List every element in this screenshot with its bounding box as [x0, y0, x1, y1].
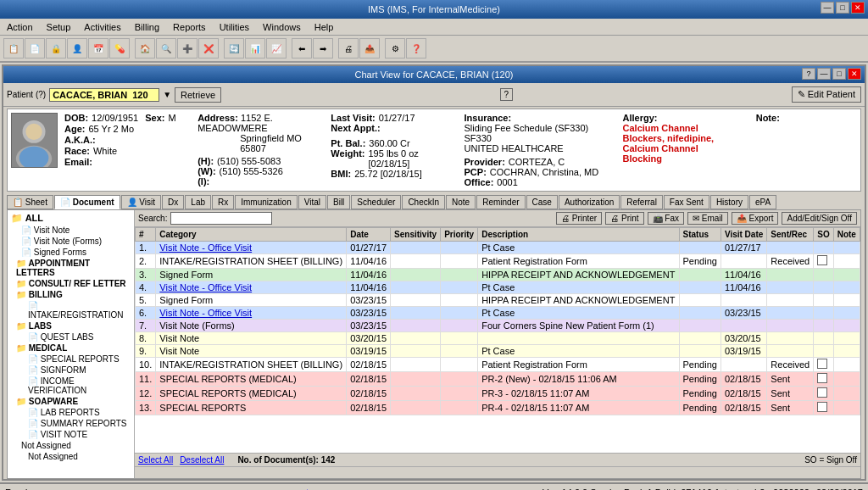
cell-category[interactable]: Visit Note - Office Visit	[156, 307, 347, 320]
maximize-button[interactable]: □	[836, 2, 849, 14]
tb-btn-9[interactable]: ➕	[177, 38, 198, 58]
menu-help[interactable]: Help	[311, 21, 337, 33]
tb-btn-4[interactable]: 👤	[67, 38, 87, 58]
tb-btn-3[interactable]: 🔒	[46, 38, 66, 58]
tree-summary-reports[interactable]: 📄 SUMMARY REPORTS	[9, 418, 132, 429]
menu-billing[interactable]: Billing	[131, 21, 163, 33]
tb-btn-18[interactable]: ⚙	[385, 38, 405, 58]
tree-income-verification[interactable]: 📄 INCOME VERIFICATION	[9, 376, 132, 396]
tab-history[interactable]: History	[710, 195, 748, 209]
export-button[interactable]: 📤 Export	[732, 212, 779, 225]
help-button[interactable]: ?	[500, 88, 514, 101]
tab-vital[interactable]: Vital	[298, 195, 326, 209]
menu-action[interactable]: Action	[3, 21, 36, 33]
cell-so[interactable]	[814, 401, 833, 415]
col-date[interactable]: Date	[347, 228, 391, 242]
tb-btn-6[interactable]: 💊	[109, 38, 130, 58]
category-link[interactable]: Visit Note - Office Visit	[159, 308, 252, 318]
tree-lab-reports[interactable]: 📄 LAB REPORTS	[9, 407, 132, 418]
col-sensitivity[interactable]: Sensitivity	[391, 228, 441, 242]
tab-immunization[interactable]: Immunization	[235, 195, 297, 209]
tab-authorization[interactable]: Authorization	[559, 195, 620, 209]
tb-btn-14[interactable]: ⬅	[292, 38, 312, 58]
edit-patient-button[interactable]: ✎ Edit Patient	[792, 86, 861, 103]
tab-case[interactable]: Case	[526, 195, 558, 209]
inner-minimize-button[interactable]: —	[817, 68, 831, 80]
table-row[interactable]: 7. Visit Note (Forms) 03/23/15 Four Corn…	[136, 320, 860, 332]
col-visit-date[interactable]: Visit Date	[721, 228, 766, 242]
col-sent-rec[interactable]: Sent/Rec	[767, 228, 814, 242]
menu-activities[interactable]: Activities	[81, 21, 124, 33]
col-status[interactable]: Status	[679, 228, 721, 242]
horizontal-scrollbar[interactable]	[135, 466, 860, 478]
patient-search-input[interactable]	[49, 88, 159, 102]
inner-close-button[interactable]: ✕	[848, 68, 861, 80]
deselect-all-button[interactable]: Deselect All	[180, 455, 224, 465]
tab-note[interactable]: Note	[446, 195, 476, 209]
category-link[interactable]: Visit Note - Office Visit	[159, 282, 252, 292]
cell-so[interactable]	[814, 387, 833, 401]
tab-document[interactable]: 📄 Document	[54, 195, 120, 209]
tab-epa[interactable]: ePA	[749, 195, 776, 209]
tree-soapware[interactable]: 📁 SOAPWARE	[9, 396, 132, 407]
table-row[interactable]: 2. INTAKE/REGISTRATION SHEET (BILLING) 1…	[136, 254, 860, 269]
tab-referral[interactable]: Referral	[620, 195, 663, 209]
tree-signed-forms[interactable]: 📄 Signed Forms	[9, 247, 132, 258]
tb-btn-19[interactable]: ❓	[406, 38, 426, 58]
tb-btn-8[interactable]: 🔍	[156, 38, 176, 58]
tree-consult-ref[interactable]: 📁 CONSULT/ REF LETTER	[9, 278, 132, 289]
tb-btn-12[interactable]: 📊	[245, 38, 265, 58]
cell-so[interactable]	[814, 254, 833, 269]
print-button[interactable]: 🖨 Print	[605, 212, 643, 225]
tree-billing[interactable]: 📁 BILLING	[9, 289, 132, 300]
tb-btn-15[interactable]: ➡	[313, 38, 333, 58]
search-input[interactable]	[170, 212, 272, 225]
tb-btn-11[interactable]: 🔄	[224, 38, 244, 58]
table-row[interactable]: 5. Signed Form 03/23/15 HIPPA RECEIPT AN…	[136, 294, 860, 307]
tab-fax-sent[interactable]: Fax Sent	[664, 195, 709, 209]
so-checkbox[interactable]	[817, 359, 827, 369]
tree-special-reports[interactable]: 📄 SPECIAL REPORTS	[9, 354, 132, 365]
cell-category[interactable]: Visit Note - Office Visit	[156, 242, 347, 254]
tb-btn-17[interactable]: 📤	[359, 38, 380, 58]
printer-button[interactable]: 🖨 Printer	[556, 212, 602, 225]
cell-so[interactable]	[814, 358, 833, 372]
tb-btn-1[interactable]: 📋	[3, 38, 24, 58]
inner-maximize-button[interactable]: □	[832, 68, 846, 80]
col-description[interactable]: Description	[478, 228, 679, 242]
tree-visit-note[interactable]: 📄 Visit Note	[9, 225, 132, 236]
tree-not-assigned-2[interactable]: Not Assigned	[9, 451, 132, 462]
table-row[interactable]: 12. SPECIAL REPORTS (MEDICAL) 02/18/15 P…	[136, 387, 860, 401]
tree-all[interactable]: 📁 ALL	[9, 212, 132, 225]
so-checkbox[interactable]	[817, 255, 827, 265]
tree-visit-note-sub[interactable]: 📄 VISIT NOTE	[9, 429, 132, 440]
cell-category[interactable]: Visit Note - Office Visit	[156, 281, 347, 294]
tree-appointment-letters[interactable]: 📁 APPOINTMENT LETTERS	[9, 258, 132, 278]
col-num[interactable]: #	[136, 228, 156, 242]
inner-help-button[interactable]: ?	[802, 68, 815, 80]
tree-not-assigned-1[interactable]: Not Assigned	[9, 440, 132, 451]
tb-btn-13[interactable]: 📈	[266, 38, 287, 58]
tab-reminder[interactable]: Reminder	[476, 195, 525, 209]
table-row[interactable]: 13. SPECIAL REPORTS 02/18/15 PR-4 - 02/1…	[136, 401, 860, 415]
tab-rx[interactable]: Rx	[212, 195, 234, 209]
col-so[interactable]: SO	[814, 228, 833, 242]
tab-scheduler[interactable]: Scheduler	[351, 195, 401, 209]
close-button[interactable]: ✕	[851, 2, 865, 14]
email-button[interactable]: ✉ Email	[687, 212, 728, 225]
table-row[interactable]: 9. Visit Note 03/19/15 Pt Case 03/19/15	[136, 345, 860, 358]
tab-bill[interactable]: Bill	[327, 195, 350, 209]
table-row[interactable]: 3. Signed Form 11/04/16 HIPPA RECEIPT AN…	[136, 269, 860, 281]
tree-signform[interactable]: 📄 SIGNFORM	[9, 365, 132, 376]
table-row[interactable]: 6. Visit Note - Office Visit 03/23/15 Pt…	[136, 307, 860, 320]
minimize-button[interactable]: —	[821, 2, 834, 14]
tab-visit[interactable]: 👤 Visit	[121, 195, 162, 209]
menu-utilities[interactable]: Utilities	[216, 21, 253, 33]
tree-labs[interactable]: 📁 LABS	[9, 320, 132, 331]
so-checkbox[interactable]	[817, 373, 827, 383]
select-all-button[interactable]: Select All	[138, 455, 173, 465]
tab-lab[interactable]: Lab	[185, 195, 211, 209]
table-row[interactable]: 11. SPECIAL REPORTS (MEDICAL) 02/18/15 P…	[136, 372, 860, 387]
tab-checkin[interactable]: CheckIn	[402, 195, 445, 209]
so-checkbox[interactable]	[817, 402, 827, 412]
